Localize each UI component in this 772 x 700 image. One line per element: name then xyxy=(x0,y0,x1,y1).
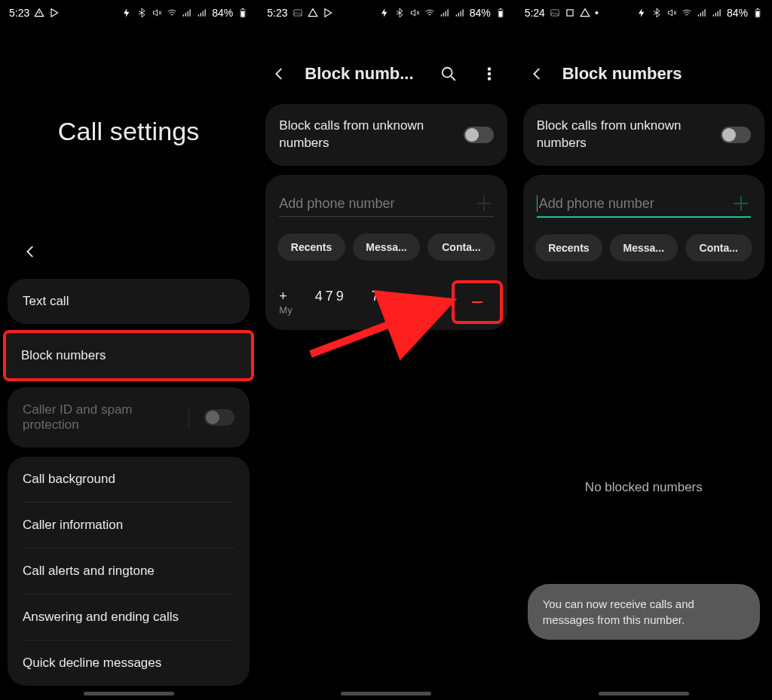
item-label: Call background xyxy=(23,472,115,487)
header: Block numb... xyxy=(258,48,514,99)
item-caller-information[interactable]: Caller information xyxy=(8,503,250,548)
back-button[interactable] xyxy=(264,59,294,89)
section-block-unknown: Block calls from unknown numbers xyxy=(265,104,507,166)
blocked-number: + 479 7 xyxy=(279,289,382,304)
bluetooth-icon xyxy=(136,8,147,18)
pill-contacts[interactable]: Conta... xyxy=(427,234,495,261)
item-call-alerts-ringtone[interactable]: Call alerts and ringtone xyxy=(8,549,250,594)
search-icon xyxy=(440,66,457,82)
nav-indicator[interactable] xyxy=(341,692,431,695)
battery-percent: 84% xyxy=(727,7,748,19)
page-title: Call settings xyxy=(58,117,200,146)
charging-icon xyxy=(121,8,132,18)
nav-indicator[interactable] xyxy=(599,692,689,695)
status-bar: 5:24 • 84% xyxy=(516,0,772,26)
svg-point-8 xyxy=(488,68,490,70)
battery-icon xyxy=(237,8,248,18)
page-title: Block numb... xyxy=(305,64,422,84)
image-icon xyxy=(550,8,560,18)
svg-rect-5 xyxy=(498,11,502,17)
add-number-input[interactable] xyxy=(539,191,731,216)
item-label: Caller ID and spam protection xyxy=(23,402,173,433)
volume-mute-icon xyxy=(152,8,162,18)
pill-recents[interactable]: Recents xyxy=(277,234,345,261)
section-more: Call background Caller information Call … xyxy=(8,457,250,686)
item-block-unknown[interactable]: Block calls from unknown numbers xyxy=(265,104,507,166)
status-bar: 5:23 84% xyxy=(258,0,514,26)
wifi-icon xyxy=(167,8,177,18)
volume-mute-icon xyxy=(409,8,420,18)
toast-unblocked: You can now receive calls and messages f… xyxy=(528,584,760,640)
battery-percent: 84% xyxy=(470,7,491,19)
svg-point-9 xyxy=(488,73,490,75)
pill-messages[interactable]: Messa... xyxy=(610,234,677,261)
item-caller-id-spam[interactable]: Caller ID and spam protection xyxy=(8,387,250,448)
add-number-row[interactable] xyxy=(537,191,751,218)
battery-icon xyxy=(752,8,763,18)
plus-icon[interactable] xyxy=(474,194,494,213)
item-text-call[interactable]: Text call xyxy=(8,279,250,324)
pill-contacts[interactable]: Conta... xyxy=(685,234,752,261)
square-icon xyxy=(565,8,575,18)
svg-point-10 xyxy=(488,78,490,80)
plus-icon[interactable] xyxy=(731,194,751,213)
item-quick-decline[interactable]: Quick decline messages xyxy=(8,640,250,686)
divider-vertical xyxy=(188,406,189,429)
back-button[interactable] xyxy=(15,237,45,267)
status-time: 5:23 xyxy=(9,7,29,19)
bluetooth-icon xyxy=(651,8,662,18)
signal-icon-2 xyxy=(712,8,722,18)
warning-icon xyxy=(580,8,590,18)
section-add-number: Recents Messa... Conta... xyxy=(523,175,764,280)
screen-block-numbers-empty: 5:24 • 84% Block numbers Block calls fro… xyxy=(515,0,772,700)
section-add-number: Recents Messa... Conta... + 479 7 My xyxy=(265,175,507,330)
pill-recents[interactable]: Recents xyxy=(535,234,602,261)
nav-indicator[interactable] xyxy=(84,692,174,695)
svg-rect-16 xyxy=(757,8,758,9)
chevron-left-icon xyxy=(528,66,545,82)
svg-point-7 xyxy=(442,68,452,78)
toggle-caller-id-spam[interactable] xyxy=(204,409,234,426)
status-bar: 5:23 84% xyxy=(0,0,257,26)
item-block-numbers-highlight: Block numbers xyxy=(6,333,251,378)
add-number-input[interactable] xyxy=(279,191,473,216)
pill-messages[interactable]: Messa... xyxy=(353,234,420,261)
section-top: Text call xyxy=(8,279,250,324)
signal-icon xyxy=(182,8,192,18)
charging-icon xyxy=(379,8,390,18)
charging-icon xyxy=(636,8,647,18)
svg-rect-6 xyxy=(499,8,501,9)
item-label: Block calls from unknown numbers xyxy=(279,118,445,152)
more-button[interactable] xyxy=(474,59,504,89)
image-icon xyxy=(293,8,303,18)
item-call-background[interactable]: Call background xyxy=(8,457,250,502)
page-title: Block numbers xyxy=(562,64,761,84)
item-label: Caller information xyxy=(23,518,123,533)
item-block-numbers[interactable]: Block numbers xyxy=(6,333,251,378)
item-answering-ending[interactable]: Answering and ending calls xyxy=(8,595,250,640)
chevron-left-icon xyxy=(271,66,287,82)
screen-block-numbers-list: 5:23 84% Block numb... Block calls from … xyxy=(257,0,514,700)
toggle-block-unknown[interactable] xyxy=(464,127,494,143)
back-button[interactable] xyxy=(522,59,552,89)
remove-button[interactable] xyxy=(455,283,500,321)
more-vertical-icon xyxy=(481,66,498,82)
item-block-unknown[interactable]: Block calls from unknown numbers xyxy=(523,104,764,166)
search-button[interactable] xyxy=(433,59,464,89)
signal-icon xyxy=(440,8,450,18)
volume-mute-icon xyxy=(666,8,677,18)
text-cursor xyxy=(537,195,538,212)
empty-state: No blocked numbers xyxy=(516,480,772,495)
section-caller-id: Caller ID and spam protection xyxy=(8,387,250,448)
status-time: 5:24 xyxy=(525,7,545,19)
svg-rect-12 xyxy=(551,10,559,16)
warning-icon xyxy=(308,8,318,18)
play-store-icon xyxy=(323,8,333,18)
toggle-block-unknown[interactable] xyxy=(721,127,751,143)
play-store-icon xyxy=(49,8,60,18)
status-time: 5:23 xyxy=(267,7,287,19)
svg-rect-13 xyxy=(567,10,573,16)
add-number-row[interactable] xyxy=(279,191,493,217)
svg-rect-3 xyxy=(293,10,302,16)
chevron-left-icon xyxy=(22,243,38,260)
